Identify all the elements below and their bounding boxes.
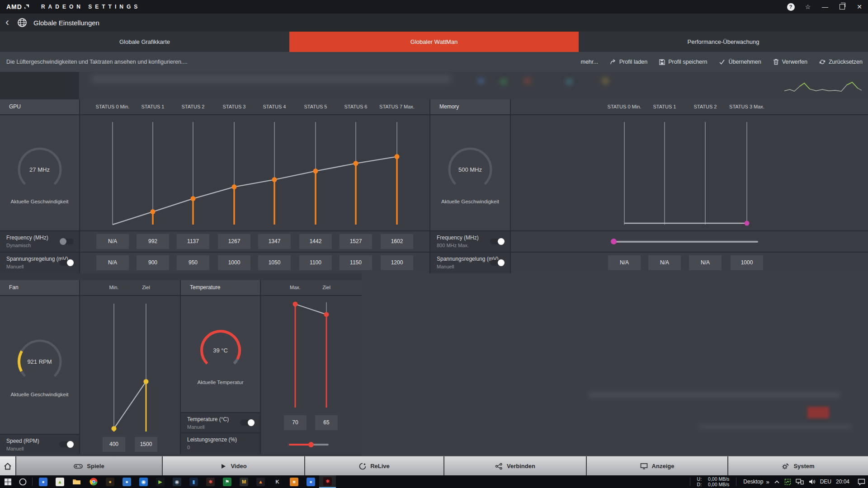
- taskbar-app-icon[interactable]: ✱: [319, 475, 336, 488]
- keyboard-language[interactable]: DEU: [820, 479, 831, 485]
- chart-handle[interactable]: [232, 184, 237, 189]
- load-button[interactable]: Profil laden: [610, 59, 648, 65]
- chart-handle[interactable]: [354, 161, 359, 166]
- taskbar-app-icon[interactable]: ●: [102, 475, 118, 488]
- memory-voltage-toggle[interactable]: [490, 260, 505, 266]
- value-box[interactable]: N/A: [689, 255, 722, 270]
- clock[interactable]: 20:04: [836, 479, 849, 485]
- start-button[interactable]: [0, 475, 15, 488]
- value-box[interactable]: N/A: [648, 255, 681, 270]
- taskbar-app-icon[interactable]: K: [269, 475, 286, 488]
- taskbar-app-icon[interactable]: ▲: [252, 475, 269, 488]
- value-box[interactable]: N/A: [96, 234, 129, 249]
- tray-graphics-icon[interactable]: [784, 479, 791, 485]
- reset-button[interactable]: Zurücksetzen: [819, 59, 863, 65]
- value-box[interactable]: 65: [315, 415, 338, 430]
- value-box[interactable]: 1347: [258, 234, 291, 249]
- close-button[interactable]: ✕: [851, 0, 868, 14]
- restore-button[interactable]: [834, 0, 851, 14]
- action-center-icon[interactable]: [858, 479, 865, 485]
- memory-frequency-slider-track[interactable]: [613, 241, 758, 243]
- power-limit-slider-handle[interactable]: [308, 442, 314, 447]
- save-button[interactable]: Profil speichern: [659, 59, 707, 65]
- tab-performance-berwachung[interactable]: Performance-Überwachung: [579, 32, 868, 52]
- fan-speed-toggle[interactable]: [59, 441, 74, 447]
- taskbar-app-icon[interactable]: ◉: [169, 475, 185, 488]
- taskbar-app-icon[interactable]: ▲: [52, 475, 68, 488]
- taskbar-app-icon[interactable]: [68, 475, 85, 488]
- value-box[interactable]: 900: [137, 255, 169, 270]
- taskbar-app-icon[interactable]: ●: [35, 475, 52, 488]
- taskbar-app-icon[interactable]: ■: [286, 475, 302, 488]
- chart-handle[interactable]: [395, 154, 400, 159]
- toolbar-overflow-chevron[interactable]: »: [766, 479, 769, 485]
- value-box[interactable]: 70: [284, 415, 307, 430]
- taskbar-app-icon[interactable]: ▶: [152, 475, 169, 488]
- nav-spiele[interactable]: Spiele: [15, 456, 162, 476]
- tab-globaler-wattman[interactable]: Globaler WattMan: [289, 32, 579, 52]
- value-box[interactable]: 1000: [218, 255, 250, 270]
- nav-relive[interactable]: ReLive: [304, 456, 443, 476]
- more-button[interactable]: mehr...: [581, 59, 598, 65]
- tab-globale-grafikkarte[interactable]: Globale Grafikkarte: [0, 32, 289, 52]
- nav-header: ‹ Globale Einstellungen: [0, 14, 868, 32]
- check-button[interactable]: Übernehmen: [719, 59, 761, 65]
- value-box[interactable]: 1150: [340, 255, 372, 270]
- chart-handle[interactable]: [313, 169, 318, 174]
- value-box[interactable]: 1200: [381, 255, 413, 270]
- value-box[interactable]: 1500: [135, 437, 157, 452]
- temperature-col-headers: Max.Ziel: [261, 280, 362, 295]
- taskbar-app-icon[interactable]: ●: [302, 475, 319, 488]
- minimize-button[interactable]: —: [816, 0, 834, 14]
- nav-system[interactable]: System: [727, 456, 868, 476]
- nav-anzeige[interactable]: Anzeige: [586, 456, 727, 476]
- taskbar-app-icon[interactable]: ⚑: [219, 475, 236, 488]
- help-button[interactable]: ?: [782, 0, 799, 14]
- trash-button[interactable]: Verwerfen: [773, 59, 807, 65]
- memory-frequency-slider-handle[interactable]: [611, 239, 617, 244]
- desktop-toolbar[interactable]: Desktop: [743, 479, 763, 485]
- nav-verbinden[interactable]: Verbinden: [443, 456, 586, 476]
- gpu-memory-section: GPU STATUS 0 Min.STATUS 1STATUS 2STATUS …: [0, 99, 868, 273]
- value-box[interactable]: N/A: [96, 255, 129, 270]
- favorite-star-button[interactable]: ☆: [799, 0, 816, 14]
- value-box[interactable]: 992: [137, 234, 169, 249]
- taskbar-app-icon[interactable]: M: [236, 475, 252, 488]
- value-box[interactable]: 400: [103, 437, 125, 452]
- chart-handle[interactable]: [272, 177, 277, 182]
- value-box[interactable]: 950: [177, 255, 209, 270]
- back-button[interactable]: ‹: [5, 16, 9, 28]
- gpu-voltage-toggle[interactable]: [59, 260, 74, 266]
- value-box[interactable]: 1527: [340, 234, 372, 249]
- nav-home[interactable]: [0, 456, 15, 476]
- chart-handle[interactable]: [324, 312, 329, 317]
- value-box[interactable]: 1000: [731, 255, 763, 270]
- gpu-frequency-toggle[interactable]: [59, 239, 74, 244]
- memory-gauge-panel: 500 MHz Aktuelle Geschwindigkeit: [430, 115, 510, 230]
- chart-handle[interactable]: [745, 221, 750, 226]
- value-box[interactable]: 1442: [299, 234, 332, 249]
- taskbar-app-icon[interactable]: ◉: [135, 475, 152, 488]
- chart-handle[interactable]: [151, 209, 156, 214]
- temperature-toggle[interactable]: [240, 420, 255, 426]
- taskbar-app-icon[interactable]: ✱: [202, 475, 219, 488]
- chart-handle[interactable]: [191, 196, 196, 201]
- taskbar-app-icon[interactable]: [85, 475, 102, 488]
- value-box[interactable]: N/A: [608, 255, 641, 270]
- tray-expand-icon[interactable]: [774, 480, 780, 484]
- value-box[interactable]: 1100: [299, 255, 332, 270]
- memory-frequency-toggle[interactable]: [490, 239, 505, 244]
- network-icon[interactable]: [796, 479, 804, 485]
- value-box[interactable]: 1267: [218, 234, 250, 249]
- nav-video[interactable]: Video: [162, 456, 304, 476]
- value-box[interactable]: 1050: [258, 255, 291, 270]
- taskbar-app-icon[interactable]: ▮: [185, 475, 202, 488]
- chart-handle[interactable]: [144, 379, 149, 384]
- chart-handle[interactable]: [112, 426, 117, 431]
- volume-icon[interactable]: [808, 479, 816, 485]
- taskbar-app-icon[interactable]: ●: [118, 475, 135, 488]
- value-box[interactable]: 1137: [177, 234, 209, 249]
- chart-handle[interactable]: [293, 302, 298, 307]
- cortana-button[interactable]: [15, 475, 30, 488]
- value-box[interactable]: 1602: [381, 234, 413, 249]
